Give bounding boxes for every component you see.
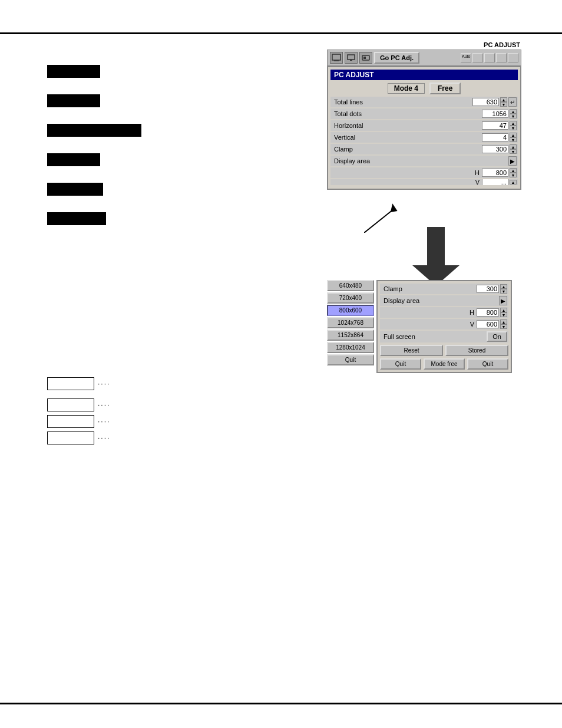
total-lines-down[interactable]: ▼ [500,102,507,107]
display-area-row-upper: Display area ▶ [330,156,518,166]
auto-btn[interactable]: Auto [461,53,471,62]
total-dots-down[interactable]: ▼ [510,114,517,118]
h-down-lower[interactable]: ▼ [500,312,507,317]
vertical-up[interactable]: ▲ [510,133,517,137]
clamp-up-upper[interactable]: ▲ [510,144,517,149]
clamp-down-upper[interactable]: ▼ [510,149,517,154]
res-1152x864[interactable]: 1152x864 [327,330,374,341]
quit-button-2[interactable]: Quit [467,358,508,370]
clamp-label-lower: Clamp [381,285,477,292]
display-v-label-upper: V [475,179,480,185]
svg-line-6 [364,209,394,233]
clamp-arrows-lower[interactable]: ▲ ▼ [500,284,507,294]
h-arrows-lower[interactable]: ▲ ▼ [500,308,507,317]
res-1024x768[interactable]: 1024x768 [327,317,374,328]
right-btn-5[interactable] [508,53,518,62]
v-down-lower[interactable]: ▼ [500,324,507,329]
res-1280x1024[interactable]: 1280x1024 [327,342,374,353]
pc-adjust-panel: PC ADJUST Go PC Adj. Auto PC ADJUST Mode… [327,41,521,190]
lower-adj-panel: Clamp 300 ▲ ▼ Display area ▶ H 800 ▲ ▼ V [376,280,512,373]
mode-free-button[interactable]: Mode free [424,358,465,370]
dots-1: ···· [98,380,110,388]
res-800x600[interactable]: 800x600 [327,305,374,316]
fullscreen-row: Full screen On [380,331,508,342]
total-dots-up[interactable]: ▲ [510,109,517,114]
display-h-row-lower: H 800 ▲ ▼ [380,307,508,318]
stored-button[interactable]: Stored [445,345,508,356]
bottom-border [0,703,562,704]
small-box-1 [47,377,94,390]
right-btn-2[interactable] [472,53,483,62]
lower-panel: 640x480 720x400 800x600 1024x768 1152x86… [327,280,512,373]
h-up-lower[interactable]: ▲ [500,308,507,312]
display-h-arrows-upper[interactable]: ▲ ▼ [510,168,517,177]
down-arrow [412,227,459,288]
left-bars [47,47,141,242]
clamp-value-lower: 300 [477,285,499,293]
display-h-down-upper[interactable]: ▼ [510,173,517,177]
total-lines-value: 630 [472,98,499,106]
display-v-value-upper: ... [482,179,508,185]
right-btn-4[interactable] [496,53,507,62]
pc-adjust-title: PC ADJUST [327,41,521,48]
display-v-up-upper[interactable]: ▲ [510,180,517,185]
v-label-lower: V [470,321,474,328]
clamp-row-upper: Clamp 300 ▲ ▼ [330,144,518,154]
diagonal-arrow [364,203,405,235]
total-lines-arrows[interactable]: ▲ ▼ [500,97,507,107]
total-dots-arrows[interactable]: ▲ ▼ [510,109,517,118]
v-arrows-lower[interactable]: ▲ ▼ [500,319,507,329]
quit-button-1[interactable]: Quit [380,358,421,370]
svg-rect-3 [350,60,352,61]
fullscreen-value[interactable]: On [487,331,507,342]
display-area-enter-upper[interactable]: ▶ [508,156,517,166]
horizontal-up[interactable]: ▲ [510,121,517,126]
horizontal-arrows[interactable]: ▲ ▼ [510,121,517,130]
res-640x480[interactable]: 640x480 [327,280,374,291]
toolbar-icon-1[interactable] [330,52,343,64]
total-lines-up[interactable]: ▲ [500,97,507,102]
mode-value[interactable]: Free [429,83,461,94]
bar-3 [47,124,141,137]
mode-row: Mode 4 Free [330,83,518,94]
horizontal-label: Horizontal [332,122,482,129]
display-h-up-upper[interactable]: ▲ [510,168,517,173]
display-area-enter-lower[interactable]: ▶ [499,296,507,305]
fullscreen-label: Full screen [381,333,487,340]
vertical-arrows[interactable]: ▲ ▼ [510,133,517,142]
total-dots-row: Total dots 1056 ▲ ▼ [330,108,518,119]
v-up-lower[interactable]: ▲ [500,319,507,324]
reset-stored-row: Reset Stored [380,345,508,356]
clamp-down-lower[interactable]: ▼ [500,289,507,294]
display-v-arrows-upper[interactable]: ▲ [510,180,517,185]
vertical-down[interactable]: ▼ [510,137,517,142]
small-box-4 [47,431,94,444]
resolution-list: 640x480 720x400 800x600 1024x768 1152x86… [327,280,374,373]
reset-button[interactable]: Reset [380,345,443,356]
display-v-row-lower: V 600 ▲ ▼ [380,319,508,330]
res-720x400[interactable]: 720x400 [327,292,374,304]
total-lines-enter[interactable]: ↵ [508,97,517,107]
bar-6 [47,212,106,225]
upper-panel-header: PC ADJUST [330,70,518,80]
clamp-arrows-upper[interactable]: ▲ ▼ [510,144,517,154]
clamp-up-lower[interactable]: ▲ [500,284,507,289]
display-v-row-upper: V ... ▲ [330,179,518,185]
toolbar-icon-2[interactable] [345,52,358,64]
small-box-2 [47,398,94,411]
toolbar-right: Auto [461,53,518,62]
dots-3: ···· [98,417,110,426]
total-lines-label: Total lines [332,98,472,106]
bar-4 [47,153,100,166]
toolbar-icon-3[interactable] [359,52,372,64]
bar-1 [47,65,100,78]
quit-btn-left[interactable]: Quit [327,354,374,365]
display-h-row-upper: H 800 ▲ ▼ [330,167,518,178]
clamp-value-upper: 300 [482,145,508,153]
top-border [0,32,562,34]
total-lines-row: Total lines 630 ▲ ▼ ↵ [330,97,518,107]
go-pc-adj-button[interactable]: Go PC Adj. [374,52,419,64]
right-btn-3[interactable] [484,53,495,62]
horizontal-down[interactable]: ▼ [510,126,517,130]
dots-2: ···· [98,401,110,409]
